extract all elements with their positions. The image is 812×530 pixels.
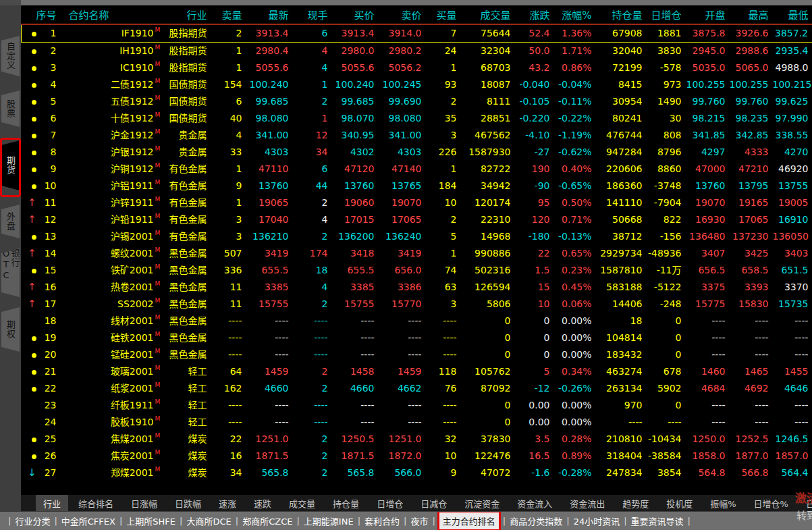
- ranking-tab-amplitude-pct[interactable]: 振幅%: [703, 495, 743, 511]
- column-header[interactable]: 现手: [293, 5, 332, 24]
- ranking-tab-day-gain[interactable]: 日涨幅: [124, 495, 165, 511]
- cell: 34942: [461, 178, 515, 194]
- column-header[interactable]: 成交量: [461, 5, 515, 24]
- table-row[interactable]: 13沪锡2001M有色金属31362102136200136240514968-…: [22, 228, 812, 245]
- table-row[interactable]: 8沪银1912M贵金属33430334430243032261587930-27…: [22, 144, 812, 161]
- column-header[interactable]: 最高: [730, 5, 773, 24]
- column-header[interactable]: 持仓量: [596, 5, 647, 24]
- table-row[interactable]: ↓27郑煤2001M煤炭34565.82565.8566.0947072-1.6…: [22, 465, 812, 481]
- table-row[interactable]: 26焦炭2001M煤炭161871.521871.51872.010122476…: [22, 448, 812, 465]
- column-header[interactable]: 买价: [332, 5, 379, 24]
- table-row[interactable]: 21玻璃2001M轻工64145921458145911810576250.34…: [22, 363, 812, 380]
- ranking-tab-day-loss[interactable]: 日跌幅: [167, 495, 209, 511]
- ranking-tab-fund-inflow[interactable]: 资金流入: [510, 495, 560, 511]
- ranking-tab-industry[interactable]: 行业: [36, 495, 68, 511]
- table-row[interactable]: 25焦煤2001M煤炭221251.021250.51251.032378303…: [22, 431, 812, 448]
- table-row[interactable]: 15铁矿2001M黑色金属336655.518655.5656.07450231…: [22, 262, 812, 279]
- top-left-corner: [0, 0, 21, 5]
- table-row[interactable]: ↑12沪铅1911M有色金属31704041701517065222310120…: [22, 211, 812, 228]
- table-row[interactable]: 2IH1910M股指期货12980.442980.02980.224323045…: [22, 43, 812, 60]
- ranking-tab-fund-outflow[interactable]: 资金流出: [562, 495, 612, 511]
- column-header[interactable]: 合约名称: [61, 5, 167, 24]
- cell: 2: [426, 211, 461, 228]
- sidebar-tab-bank-otc[interactable]: 银行OTC: [1, 248, 20, 297]
- table-row[interactable]: 1IF1910M股指期货23913.463913.43914.077564452…: [22, 24, 812, 43]
- ranking-tab-composite-ranking[interactable]: 综合排名: [71, 495, 121, 511]
- table-row[interactable]: 3IC1910M股指期货15055.645055.65056.216870343…: [22, 59, 812, 76]
- nav-item-arbitrage[interactable]: 套利合约: [364, 514, 400, 527]
- nav-item-shfe[interactable]: 上期所SHFE: [126, 514, 175, 527]
- cell: 10: [426, 194, 461, 211]
- table-row[interactable]: 7沪金1912M贵金属4341.0012340.95341.003467562-…: [22, 127, 812, 144]
- ranking-tab-trend-degree[interactable]: 趋势度: [615, 495, 656, 511]
- cell: 467562: [461, 127, 515, 144]
- nav-item-commodity-index[interactable]: 商品分类指数: [510, 514, 562, 527]
- industry-cell: 煤炭: [167, 448, 211, 465]
- activate-link[interactable]: 激活: [795, 489, 812, 506]
- sidebar-tab-stocks[interactable]: 股票: [1, 90, 20, 127]
- column-header[interactable]: 最新: [246, 5, 293, 24]
- table-row[interactable]: 23纤板1911M轻工------------------------00.00…: [22, 397, 812, 414]
- ranking-tab-speculation-degree[interactable]: 投机度: [659, 495, 700, 511]
- goto-link[interactable]: 转到: [796, 508, 812, 522]
- table-row[interactable]: ↑16热卷2001M黑色金属11338543385338663126594150…: [22, 279, 812, 296]
- cell: 1250.0: [686, 431, 730, 448]
- cell: 341.00: [246, 127, 293, 144]
- nav-item-night-market[interactable]: 夜市: [410, 514, 428, 527]
- sidebar-tab-overseas[interactable]: 外盘: [1, 205, 20, 238]
- column-header[interactable]: 开盘: [686, 5, 730, 24]
- nav-item-cffex[interactable]: 中金所CFFEX: [61, 514, 115, 527]
- sidebar-tab-options[interactable]: 期权: [1, 307, 20, 352]
- column-header[interactable]: 卖价: [379, 5, 426, 24]
- table-row[interactable]: 4二债1912M国债期货154100.2401100.240100.245931…: [22, 76, 812, 93]
- nav-item-news-24h[interactable]: 24小时资讯: [574, 514, 620, 527]
- table-row[interactable]: 19硅铁2001M黑色金属------------------------000…: [22, 329, 812, 346]
- column-header[interactable]: 行业: [167, 5, 211, 24]
- sidebar-tab-futures[interactable]: 期货: [1, 140, 20, 190]
- cell: 80241: [596, 110, 647, 127]
- column-header[interactable]: 买量: [426, 5, 461, 24]
- table-row[interactable]: ↑14螺纹2001M黑色金属50734191743418341919908862…: [22, 245, 812, 262]
- table-row[interactable]: 20锰硅2001M黑色金属------------------------000…: [22, 346, 812, 363]
- nav-item-dce[interactable]: 大商所DCE: [186, 514, 231, 527]
- cell: 162: [211, 380, 246, 397]
- column-header[interactable]: 涨跌: [515, 5, 554, 24]
- cell: 0: [461, 397, 515, 414]
- table-row[interactable]: 5五债1912M国债期货699.685299.68599.69028111-0.…: [22, 93, 812, 110]
- column-header[interactable]: 涨幅%: [554, 5, 596, 24]
- ranking-tab-settled-funds[interactable]: 沉淀资金: [457, 495, 507, 511]
- contract-name: 纤板1911M: [61, 397, 167, 414]
- nav-item-ine[interactable]: 上期能源INE: [304, 514, 354, 527]
- nav-item-industry-category[interactable]: 行业分类: [15, 514, 50, 527]
- ranking-tab-oi-increase-pct[interactable]: 日增仓%: [747, 495, 796, 511]
- ranking-tab-rapid-fall[interactable]: 速跌: [246, 495, 279, 511]
- table-row[interactable]: 22纸浆2001M轻工16246602466046627687092-12-0.…: [22, 380, 812, 397]
- table-row[interactable]: 9沪铜1912M有色金属147110647120471401827221900.…: [22, 161, 812, 178]
- table-row[interactable]: ↑11沪锌1911M有色金属11906521906019070101201749…: [22, 194, 812, 211]
- table-row[interactable]: 10沪铝1911M有色金属91376044137601376518434942-…: [22, 178, 812, 194]
- column-header[interactable]: 卖量: [211, 5, 246, 24]
- table-row[interactable]: 24胶板1910M轻工------------------------00.00…: [22, 414, 812, 431]
- column-header[interactable]: 最低: [773, 5, 812, 24]
- cell: 14406: [596, 296, 647, 313]
- dot-marker-icon: [22, 161, 40, 178]
- main-contract-badge: M: [154, 146, 163, 152]
- main-contract-badge: M: [154, 399, 163, 405]
- ranking-tab-open-interest[interactable]: 持仓量: [325, 495, 367, 511]
- industry-cell: 黑色金属: [167, 262, 211, 279]
- cell: 3407: [686, 245, 730, 262]
- table-row[interactable]: 6十债1912M国债期货4098.080198.07098.0803528851…: [22, 110, 812, 127]
- ranking-tab-oi-decrease[interactable]: 日减仓: [413, 495, 454, 511]
- column-header[interactable]: 日增仓: [647, 5, 686, 24]
- table-row[interactable]: ↑17SS2002M黑色金属11157552157551577035806100…: [22, 296, 812, 313]
- ranking-tab-oi-increase[interactable]: 日增仓: [369, 495, 410, 511]
- cell: 970: [596, 397, 647, 414]
- sidebar-tab-custom[interactable]: 自定义: [1, 36, 20, 76]
- table-row[interactable]: 18线材2001M黑色金属------------------------000…: [22, 313, 812, 329]
- nav-item-czce[interactable]: 郑商所CZCE: [242, 514, 292, 527]
- ranking-tab-rapid-rise[interactable]: 速涨: [211, 495, 244, 511]
- ranking-tab-volume[interactable]: 成交量: [281, 495, 323, 511]
- nav-item-main-contract-ranking[interactable]: 主力合约排名: [439, 512, 499, 529]
- nav-item-news-digest[interactable]: 重要资讯导读: [631, 514, 684, 527]
- column-header[interactable]: 序号: [22, 5, 61, 24]
